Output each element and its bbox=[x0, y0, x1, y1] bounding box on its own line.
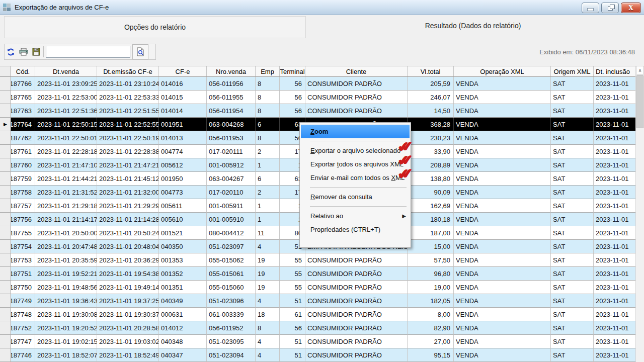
cell-cod[interactable]: 187761 bbox=[11, 145, 35, 158]
cell-emp[interactable]: 4 bbox=[256, 294, 280, 308]
cell-terminal[interactable]: 55 bbox=[280, 267, 305, 281]
cell-cod[interactable]: 187751 bbox=[11, 267, 35, 281]
cell-origem-xml[interactable]: SAT bbox=[551, 90, 594, 104]
cell-origem-xml[interactable]: SAT bbox=[551, 199, 594, 213]
cell-terminal[interactable]: 51 bbox=[280, 294, 305, 308]
cell-emp[interactable]: 11 bbox=[256, 226, 280, 240]
cell-origem-xml[interactable]: SAT bbox=[551, 118, 594, 131]
cell-dt-inclusao[interactable]: 2023-11-01 bbox=[594, 240, 635, 253]
cell-cfe[interactable]: 001950 bbox=[159, 172, 207, 186]
cell-nro-venda[interactable]: 055-015062 bbox=[207, 253, 256, 267]
cell-origem-xml[interactable]: SAT bbox=[551, 281, 594, 294]
cell-dt-emissao[interactable]: 2023-11-01 21:29:29 bbox=[97, 199, 159, 213]
cell-dt-venda[interactable]: 2023-11-01 22:50:15 bbox=[35, 118, 97, 131]
header-dt-inclusao[interactable]: Dt. inclusão bbox=[594, 66, 635, 76]
cell-nro-venda[interactable]: 056-011955 bbox=[207, 90, 256, 104]
cell-dt-emissao[interactable]: 2023-11-01 20:28:58 bbox=[97, 321, 159, 335]
cell-cliente[interactable]: CONSUMIDOR PADRÃO bbox=[305, 104, 408, 118]
cell-origem-xml[interactable]: SAT bbox=[551, 321, 594, 335]
cell-emp[interactable]: 8 bbox=[256, 131, 280, 145]
cell-cfe[interactable]: 001951 bbox=[159, 118, 207, 131]
cell-cliente[interactable]: CONSUMIDOR PADRÃO bbox=[305, 253, 408, 267]
cell-dt-inclusao[interactable]: 2023-11-01 bbox=[594, 145, 635, 158]
header-operacao-xml[interactable]: Operação XML bbox=[454, 66, 551, 76]
cell-cfe[interactable]: 001353 bbox=[159, 253, 207, 267]
cell-dt-venda[interactable]: 2023-11-01 19:20:52 bbox=[35, 321, 97, 335]
cell-emp[interactable]: 1 bbox=[256, 199, 280, 213]
cell-dt-emissao[interactable]: 2023-11-01 22:52:55 bbox=[97, 118, 159, 131]
cell-vl-total[interactable]: 138,80 bbox=[408, 172, 454, 186]
cell-emp[interactable]: 2 bbox=[256, 145, 280, 158]
cell-cliente[interactable]: CONSUMIDOR PADRÃO bbox=[305, 281, 408, 294]
cell-dt-emissao[interactable]: 2023-11-01 21:14:28 bbox=[97, 213, 159, 226]
cell-cod[interactable]: 187752 bbox=[11, 321, 35, 335]
cell-dt-venda[interactable]: 2023-11-01 18:52:07 bbox=[35, 348, 97, 362]
cell-cod[interactable]: 187750 bbox=[11, 281, 35, 294]
cell-cfe[interactable]: 005610 bbox=[159, 213, 207, 226]
cell-nro-venda[interactable]: 055-015060 bbox=[207, 281, 256, 294]
cell-cfe[interactable]: 005611 bbox=[159, 199, 207, 213]
cell-vl-total[interactable]: 19,00 bbox=[408, 281, 454, 294]
cell-vl-total[interactable]: 33,90 bbox=[408, 145, 454, 158]
cell-operacao-xml[interactable]: VENDA bbox=[454, 348, 551, 362]
cell-vl-total[interactable]: 246,07 bbox=[408, 90, 454, 104]
cell-cfe[interactable]: 014015 bbox=[159, 90, 207, 104]
cell-origem-xml[interactable]: SAT bbox=[551, 335, 594, 348]
cell-emp[interactable]: 6 bbox=[256, 172, 280, 186]
cell-operacao-xml[interactable]: VENDA bbox=[454, 158, 551, 172]
cell-emp[interactable]: 19 bbox=[256, 281, 280, 294]
cell-operacao-xml[interactable]: VENDA bbox=[454, 267, 551, 281]
cell-cod[interactable]: 187760 bbox=[11, 158, 35, 172]
cell-operacao-xml[interactable]: VENDA bbox=[454, 172, 551, 186]
cell-dt-emissao[interactable]: 2023-11-01 21:32:00 bbox=[97, 186, 159, 199]
cell-origem-xml[interactable]: SAT bbox=[551, 186, 594, 199]
close-button[interactable]: X bbox=[621, 3, 641, 13]
header-cliente[interactable]: Cliente bbox=[305, 66, 408, 76]
cell-dt-inclusao[interactable]: 2023-11-01 bbox=[594, 335, 635, 348]
cell-cod[interactable]: 187757 bbox=[11, 199, 35, 213]
cell-cfe[interactable]: 014014 bbox=[159, 104, 207, 118]
cell-dt-venda[interactable]: 2023-11-01 21:29:18 bbox=[35, 199, 97, 213]
cell-origem-xml[interactable]: SAT bbox=[551, 145, 594, 158]
cell-cfe[interactable]: 040349 bbox=[159, 294, 207, 308]
cell-nro-venda[interactable]: 055-015061 bbox=[207, 267, 256, 281]
menu-item[interactable]: Remover da consulta bbox=[300, 190, 411, 204]
cell-nro-venda[interactable]: 056-011952 bbox=[207, 321, 256, 335]
cell-emp[interactable]: 18 bbox=[256, 308, 280, 321]
cell-cod[interactable]: 187764 bbox=[11, 118, 35, 131]
cell-cod[interactable]: 187753 bbox=[11, 253, 35, 267]
cell-terminal[interactable]: 56 bbox=[280, 321, 305, 335]
cell-nro-venda[interactable]: 063-004267 bbox=[207, 172, 256, 186]
header-cfe[interactable]: CF-e bbox=[159, 66, 207, 76]
cell-dt-emissao[interactable]: 2023-11-01 19:54:38 bbox=[97, 267, 159, 281]
cell-vl-total[interactable]: 96,80 bbox=[408, 267, 454, 281]
cell-cfe[interactable]: 040347 bbox=[159, 348, 207, 362]
header-nro-venda[interactable]: Nro.venda bbox=[207, 66, 256, 76]
cell-vl-total[interactable]: 162,69 bbox=[408, 199, 454, 213]
cell-operacao-xml[interactable]: VENDA bbox=[454, 213, 551, 226]
print-button[interactable] bbox=[17, 45, 30, 58]
table-row[interactable]: 187747 2023-11-01 19:02:15 2023-11-01 19… bbox=[0, 335, 635, 348]
cell-terminal[interactable]: 55 bbox=[280, 253, 305, 267]
cell-cod[interactable]: 187759 bbox=[11, 172, 35, 186]
cell-vl-total[interactable]: 14,50 bbox=[408, 104, 454, 118]
header-origem-xml[interactable]: Origem XML bbox=[551, 66, 594, 76]
cell-dt-inclusao[interactable]: 2023-11-01 bbox=[594, 348, 635, 362]
cell-operacao-xml[interactable]: VENDA bbox=[454, 308, 551, 321]
cell-cfe[interactable]: 001521 bbox=[159, 226, 207, 240]
cell-origem-xml[interactable]: SAT bbox=[551, 253, 594, 267]
cell-cfe[interactable]: 004773 bbox=[159, 186, 207, 199]
cell-vl-total[interactable]: 368,28 bbox=[408, 118, 454, 131]
cell-terminal[interactable]: 55 bbox=[280, 281, 305, 294]
cell-cfe[interactable]: 001352 bbox=[159, 267, 207, 281]
cell-dt-venda[interactable]: 2023-11-01 22:53:00 bbox=[35, 90, 97, 104]
cell-terminal[interactable]: 51 bbox=[280, 348, 305, 362]
cell-dt-inclusao[interactable]: 2023-11-01 bbox=[594, 213, 635, 226]
menu-item[interactable]: Exportar o arquivo selecionado✔✔ bbox=[300, 144, 411, 157]
cell-operacao-xml[interactable]: VENDA bbox=[454, 118, 551, 131]
minimize-button[interactable] bbox=[582, 3, 599, 13]
cell-emp[interactable]: 8 bbox=[256, 104, 280, 118]
cell-vl-total[interactable]: 208,89 bbox=[408, 158, 454, 172]
cell-emp[interactable]: 4 bbox=[256, 240, 280, 253]
cell-dt-inclusao[interactable]: 2023-11-01 bbox=[594, 226, 635, 240]
